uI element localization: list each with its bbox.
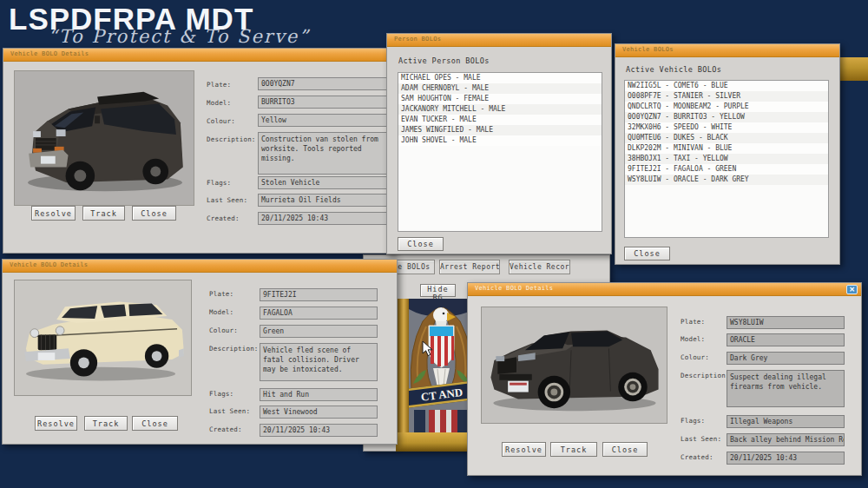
created-field[interactable]: 20/11/2025 10:43 <box>258 212 390 225</box>
list-item[interactable]: EVAN TUCKER - MALE <box>398 115 602 125</box>
seal-gold-footer <box>396 432 474 452</box>
last-seen-field[interactable]: Murrieta Oil Fields <box>258 194 390 207</box>
plate-label: Plate: <box>209 290 233 298</box>
created-field[interactable]: 20/11/2025 10:43 <box>260 424 378 437</box>
resolve-button[interactable]: Resolve <box>31 206 76 221</box>
vehicle-bolos-heading: Active Vehicle BOLOs <box>626 65 721 74</box>
mouse-cursor-icon <box>422 340 434 361</box>
vehicle-bolos-list: NW2IIG5L - COMET6 - BLUEO008PF7E - STANI… <box>624 80 829 238</box>
window-title: Person BOLOs <box>394 36 441 43</box>
list-item[interactable]: DLKP202M - MINIVAN - BLUE <box>625 143 828 154</box>
person-bolos-heading: Active Person BOLOs <box>398 56 490 65</box>
flags-label: Flags: <box>209 390 233 398</box>
track-button[interactable]: Track <box>82 206 125 221</box>
description-label: Description: <box>681 372 730 379</box>
plate-field[interactable]: 9FITEJ2I <box>260 288 378 301</box>
window-title: Vehicle BOLO Details <box>475 285 553 292</box>
model-field[interactable]: BURRITO3 <box>258 96 390 109</box>
created-field[interactable]: 20/11/2025 10:43 <box>727 452 845 465</box>
model-label: Model: <box>209 308 233 316</box>
window-title: Vehicle BOLOs <box>622 46 674 53</box>
mdt-screen: LSPDFRPA MDT “To Protect & To Serve” Veh… <box>0 0 868 488</box>
created-label: Created: <box>207 214 240 222</box>
list-item[interactable]: WSY8LUIW - ORACLE - DARK GREY <box>625 175 828 185</box>
titlebar[interactable]: Vehicle BOLO Details ✕ <box>468 283 861 296</box>
tab-vehicle-records[interactable]: Vehicle Records <box>509 260 570 274</box>
colour-label: Colour: <box>207 117 235 125</box>
last-seen-label: Last Seen: <box>207 196 247 204</box>
list-item[interactable]: QU0MTEU6 - DUKES - BLACK <box>625 133 828 143</box>
department-seal: CT AND <box>409 299 474 452</box>
list-item[interactable]: O008PF7E - STANIER - SILVER <box>625 91 828 102</box>
close-icon[interactable]: ✕ <box>846 285 858 294</box>
window-vehicle-bolo-details-van: Vehicle BOLO Details <box>3 48 395 254</box>
window-title: Vehicle BOLO Details <box>10 50 89 57</box>
colour-label: Colour: <box>681 353 709 361</box>
vehicle-photo-sedan <box>481 307 667 424</box>
flags-field[interactable]: Hit and Run <box>260 388 378 401</box>
colour-field[interactable]: Green <box>260 325 378 338</box>
window-vehicle-bolos: Vehicle BOLOs Active Vehicle BOLOs NW2II… <box>615 43 840 265</box>
colour-field[interactable]: Yellow <box>258 114 390 127</box>
plate-field[interactable]: WSY8LUIW <box>727 316 845 329</box>
seal-gold-column <box>396 299 409 452</box>
track-button[interactable]: Track <box>84 416 128 431</box>
description-label: Description: <box>209 345 259 353</box>
model-field[interactable]: FAGALOA <box>260 307 378 320</box>
resolve-button[interactable]: Resolve <box>502 442 546 457</box>
description-field[interactable]: Vehicle fled scene of fatal collision. D… <box>260 343 378 381</box>
plate-label: Plate: <box>207 81 231 89</box>
close-button[interactable]: Close <box>624 247 670 260</box>
app-tagline: “To Protect & To Serve” <box>48 26 310 47</box>
window-person-bolos: Person BOLOs Active Person BOLOs MICHAEL… <box>386 33 612 254</box>
close-button[interactable]: Close <box>602 442 648 457</box>
list-item[interactable]: JACKANORY MITCHELL - MALE <box>398 104 602 115</box>
close-button[interactable]: Close <box>398 237 444 251</box>
list-item[interactable]: 0O0YQZN7 - BURRITO3 - YELLOW <box>625 112 828 122</box>
titlebar[interactable]: Vehicle BOLO Details <box>3 260 397 273</box>
hide-bg-button[interactable]: Hide BG <box>420 284 456 297</box>
model-field[interactable]: ORACLE <box>727 333 845 346</box>
colour-label: Colour: <box>209 326 238 334</box>
plate-field[interactable]: 0O0YQZN7 <box>258 77 390 90</box>
close-button[interactable]: Close <box>132 416 178 431</box>
list-item[interactable]: 38HBOJX1 - TAXI - YELLOW <box>625 154 828 164</box>
titlebar[interactable]: Vehicle BOLOs <box>615 44 839 57</box>
titlebar[interactable]: Person BOLOs <box>387 34 611 47</box>
created-label: Created: <box>209 425 242 433</box>
vehicle-photo-van <box>14 70 194 206</box>
titlebar[interactable]: Vehicle BOLO Details <box>3 49 394 62</box>
list-item[interactable]: MICHAEL OPES - MALE <box>398 73 602 83</box>
last-seen-field[interactable]: Back alley behind Mission Row <box>727 433 845 446</box>
flags-label: Flags: <box>681 417 705 425</box>
tab-arrest-reports[interactable]: Arrest Reports <box>439 260 500 274</box>
model-label: Model: <box>681 335 705 343</box>
flags-field[interactable]: Stolen Vehicle <box>258 176 390 189</box>
list-item[interactable]: 32MKX0H6 - SPEEDO - WHITE <box>625 122 828 133</box>
created-label: Created: <box>681 453 713 461</box>
list-item[interactable]: ADAM CHERNOBYL - MALE <box>398 83 602 94</box>
last-seen-label: Last Seen: <box>681 435 721 443</box>
vehicle-photo-wagon <box>14 280 192 396</box>
description-field[interactable]: Suspect dealing illegal firearms from ve… <box>727 370 845 407</box>
list-item[interactable]: 9FITEJ2I - FAGALOA - GREEN <box>625 164 828 175</box>
eagle-seal-graphic: CT AND <box>409 299 474 452</box>
model-label: Model: <box>207 99 231 107</box>
last-seen-field[interactable]: West Vinewood <box>260 406 378 419</box>
list-item[interactable]: JAMES WINGFILED - MALE <box>398 125 602 135</box>
flags-field[interactable]: Illegal Weapons <box>727 415 845 428</box>
list-item[interactable]: QNDCLRTQ - MOONBEAM2 - PURPLE <box>625 102 828 112</box>
list-item[interactable]: JOHN SHOVEL - MALE <box>398 135 602 146</box>
window-vehicle-bolo-details-wagon: Vehicle BOLO Details Resolve <box>2 259 398 445</box>
flags-label: Flags: <box>207 179 231 187</box>
window-title: Vehicle BOLO Details <box>10 261 88 268</box>
colour-field[interactable]: Dark Grey <box>727 352 845 365</box>
list-item[interactable]: SAM HOUGHTON - FEMALE <box>398 94 602 104</box>
list-item[interactable]: NW2IIG5L - COMET6 - BLUE <box>625 81 828 91</box>
close-button[interactable]: Close <box>132 206 176 221</box>
resolve-button[interactable]: Resolve <box>35 416 77 431</box>
person-bolos-list: MICHAEL OPES - MALEADAM CHERNOBYL - MALE… <box>398 72 602 232</box>
description-field[interactable]: Construction van stolen from worksite. T… <box>258 132 390 175</box>
track-button[interactable]: Track <box>550 442 597 457</box>
last-seen-label: Last Seen: <box>209 407 250 415</box>
